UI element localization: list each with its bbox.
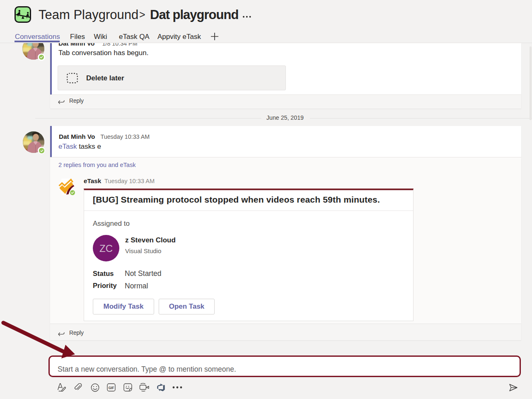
svg-text:GIF: GIF bbox=[109, 386, 114, 390]
